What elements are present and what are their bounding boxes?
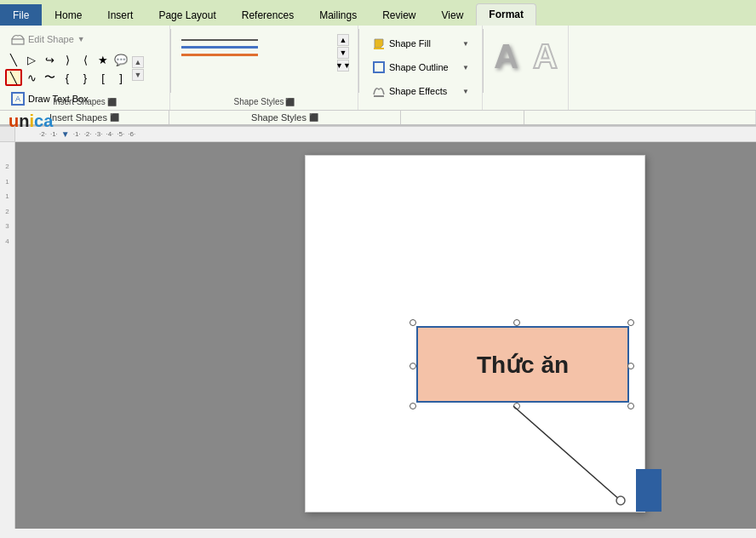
shape-outline-button[interactable]: Shape Outline ▼ — [366, 56, 475, 78]
shape-effects-button[interactable]: Shape Effects ▼ — [366, 80, 475, 102]
style-scroll-expand[interactable]: ▼▼ — [337, 60, 349, 72]
tab-home[interactable]: Home — [42, 4, 94, 26]
tabs-bar: File Home Insert Page Layout References … — [0, 0, 756, 26]
tab-file[interactable]: File — [0, 4, 42, 26]
insert-shapes-text: Insert Shapes — [53, 97, 106, 106]
handle-top-right[interactable] — [627, 319, 634, 326]
ruler-mark: ·3· — [95, 130, 103, 138]
svg-rect-3 — [374, 72, 384, 73]
handle-bot-left[interactable] — [410, 403, 416, 409]
tab-format[interactable]: Format — [476, 3, 536, 26]
shape-btn-star[interactable]: ★ — [94, 51, 112, 68]
tab-view[interactable]: View — [429, 4, 477, 26]
svg-rect-4 — [374, 95, 384, 97]
shape-btn-brace-close[interactable]: ] — [112, 69, 129, 86]
insert-shapes-label[interactable]: Insert Shapes ⬛ — [0, 97, 169, 106]
ruler-mark: ·5· — [117, 130, 124, 138]
tab-insert[interactable]: Insert — [94, 4, 146, 26]
ruler-indent-marker[interactable]: ▼ — [61, 129, 70, 139]
left-grey-area — [15, 151, 305, 520]
tab-page-layout[interactable]: Page Layout — [146, 4, 228, 26]
tab-mailings[interactable]: Mailings — [306, 4, 369, 26]
v-ruler-marks: 2 1 1 2 3 4 — [5, 159, 9, 249]
vertical-ruler: 2 1 1 2 3 4 — [0, 142, 15, 529]
edit-shape-arrow: ▼ — [77, 35, 85, 43]
ruler-mark: ·1· — [50, 130, 58, 138]
shape-btn-curve[interactable]: ∿ — [23, 69, 40, 86]
shape-effects-label: Shape Effects — [389, 86, 447, 96]
wordart-a-outline[interactable]: A — [528, 29, 564, 84]
shape-btn-callout[interactable]: 💬 — [112, 51, 129, 68]
shape-btn-arrow-right[interactable]: ▷ — [23, 51, 40, 68]
shape-props-group: Shape Fill ▼ Shape Outline ▼ — [359, 26, 483, 110]
shape-fill-label: Shape Fill — [389, 38, 431, 49]
wordart-a-gray[interactable]: A — [489, 29, 524, 84]
shapes-scroll-down[interactable]: ▼ — [132, 69, 144, 81]
handle-top-left[interactable] — [410, 319, 416, 326]
shape-outline-label: Shape Outline — [389, 62, 449, 72]
shape-styles-text: Shape Styles — [234, 97, 284, 106]
handle-top-center[interactable] — [513, 319, 520, 326]
shape-btn-squiggle[interactable]: 〜 — [41, 69, 58, 86]
v-mark: 4 — [5, 234, 9, 249]
shape-effects-arrow: ▼ — [462, 88, 469, 95]
shape-btn-bracket-open[interactable]: { — [59, 69, 76, 86]
wordart-preview: A A — [489, 29, 564, 84]
tab-references[interactable]: References — [229, 4, 306, 26]
text-box-content: Thức ăn — [477, 351, 569, 379]
shape-btn-brace-open[interactable]: [ — [94, 69, 112, 86]
style-line-blue[interactable] — [181, 46, 332, 49]
v-mark: 3 — [5, 219, 9, 234]
page-canvas: Thức ăn — [15, 142, 756, 529]
style-line-solid[interactable] — [181, 39, 332, 41]
handle-mid-right[interactable] — [627, 363, 634, 369]
shape-btn-arrow-curved[interactable]: ↪ — [41, 51, 58, 68]
style-line-orange[interactable] — [181, 54, 332, 56]
shape-fill-icon — [372, 37, 386, 50]
main-area: ·2· ·1· ▼ ·1· ·2· ·3· ·4· ·5· ·6· Thức ă… — [15, 127, 756, 529]
style-scroll-up[interactable]: ▲ — [337, 34, 349, 46]
v-mark: 2 — [5, 204, 9, 220]
handle-mid-left[interactable] — [410, 363, 416, 369]
blue-block — [636, 469, 662, 512]
shape-btn-line-tool[interactable]: ╲ — [5, 69, 22, 86]
tab-review[interactable]: Review — [369, 4, 428, 26]
svg-rect-1 — [374, 48, 384, 49]
handle-bot-center[interactable] — [513, 403, 520, 409]
shape-btn-chevron-left[interactable]: ⟨ — [77, 51, 94, 68]
v-mark: 2 — [5, 159, 9, 175]
shape-btn-line[interactable]: ╲ — [5, 51, 22, 68]
ruler-mark: ·1· — [73, 130, 81, 138]
insert-shapes-group: Edit Shape ▼ ╲ ▷ ↪ ⟩ ⟨ ★ — [0, 26, 170, 110]
horizontal-ruler: ·2· ·1· ▼ ·1· ·2· ·3· ·4· ·5· ·6· — [15, 127, 756, 142]
text-box-shape[interactable]: Thức ăn — [416, 326, 629, 403]
line-blue-preview — [181, 46, 258, 49]
ruler-mark: ·2· — [39, 130, 47, 138]
wordart-group: A A — [484, 26, 569, 110]
handle-bot-right[interactable] — [627, 403, 634, 409]
shape-fill-button[interactable]: Shape Fill ▼ — [366, 32, 475, 54]
style-scroll: ▲ ▼ ▼▼ — [335, 32, 351, 73]
shape-btn-bracket-close[interactable]: } — [77, 69, 94, 86]
ruler-mark: ·2· — [84, 130, 92, 138]
group-label-shape-styles[interactable]: Shape Styles ⬛ — [169, 111, 401, 124]
line-solid-preview — [181, 39, 258, 41]
shapes-scroll-up[interactable]: ▲ — [132, 56, 144, 68]
ribbon-content: Edit Shape ▼ ╲ ▷ ↪ ⟩ ⟨ ★ — [0, 26, 756, 111]
ribbon: File Home Insert Page Layout References … — [0, 0, 756, 127]
group-label-wordart[interactable] — [524, 111, 756, 124]
style-scroll-down[interactable]: ▼ — [337, 47, 349, 59]
shape-effects-icon — [372, 84, 386, 98]
group-label-shape-effects[interactable] — [401, 111, 524, 124]
document-page[interactable]: Thức ăn — [305, 155, 645, 512]
shape-btn-chevron-right[interactable]: ⟩ — [59, 51, 76, 68]
svg-rect-2 — [374, 62, 384, 72]
v-mark: 1 — [5, 175, 9, 190]
svg-rect-0 — [12, 39, 24, 44]
shape-styles-label[interactable]: Shape Styles ⬛ — [171, 97, 358, 106]
v-mark: 1 — [5, 189, 9, 204]
insert-shapes-expand-icon: ⬛ — [107, 98, 117, 106]
connector-end-dot — [616, 496, 625, 505]
shape-styles-expand: ⬛ — [309, 113, 318, 122]
edit-shape-button[interactable]: Edit Shape ▼ — [5, 29, 164, 49]
